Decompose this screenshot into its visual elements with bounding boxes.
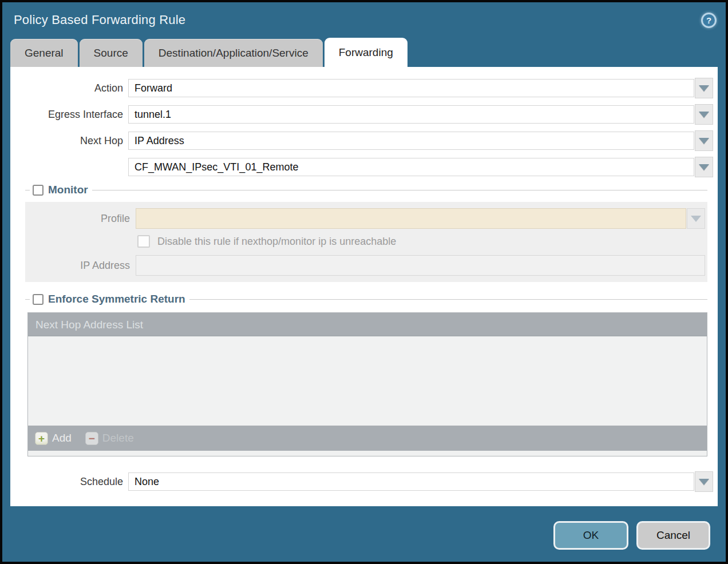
add-button-label: Add — [52, 432, 72, 444]
delete-button: − Delete — [85, 432, 134, 445]
next-hop-address-dropdown-button[interactable] — [695, 157, 713, 177]
monitor-ip-address-input — [136, 255, 705, 276]
symmetric-return-checkbox[interactable] — [33, 294, 43, 305]
fieldset-border-segment — [25, 299, 30, 300]
fieldset-border-line — [92, 190, 707, 190]
add-button[interactable]: + Add — [35, 432, 72, 445]
next-hop-type-combobox[interactable]: IP Address — [128, 132, 694, 150]
dialog-footer: OK Cancel — [553, 521, 710, 550]
plus-icon: + — [35, 432, 48, 445]
monitor-section: Monitor Profile Disable this rule if nex… — [25, 183, 707, 282]
next-hop-label: Next Hop — [10, 135, 128, 147]
symmetric-return-section: Enforce Symmetric Return Next Hop Addres… — [25, 292, 707, 456]
profile-dropdown-button — [687, 208, 705, 229]
monitor-checkbox[interactable] — [33, 185, 43, 196]
schedule-combobox[interactable]: None — [128, 472, 694, 491]
fieldset-border-line — [189, 299, 707, 300]
next-hop-address-list-header: Next Hop Address List — [28, 313, 707, 336]
profile-row: Profile — [25, 208, 705, 229]
next-hop-row: Next Hop IP Address — [10, 130, 713, 151]
monitor-legend: Monitor — [25, 183, 707, 197]
minus-icon: − — [85, 432, 98, 445]
ok-button[interactable]: OK — [553, 521, 628, 550]
policy-based-forwarding-rule-dialog: Policy Based Forwarding Rule ? General S… — [0, 0, 728, 564]
symmetric-return-legend: Enforce Symmetric Return — [25, 292, 707, 306]
schedule-row: Schedule None — [10, 471, 713, 492]
chevron-down-icon — [691, 216, 701, 222]
schedule-dropdown-button[interactable] — [695, 471, 713, 492]
action-label: Action — [10, 82, 128, 94]
profile-combobox — [136, 208, 686, 229]
symmetric-return-legend-title: Enforce Symmetric Return — [48, 293, 185, 305]
monitor-panel: Profile Disable this rule if nexthop/mon… — [25, 202, 707, 282]
next-hop-address-combobox[interactable]: CF_MWAN_IPsec_VTI_01_Remote — [128, 158, 694, 176]
monitor-ip-address-row: IP Address — [25, 255, 705, 276]
next-hop-address-list-table: Next Hop Address List + Add − Delete — [27, 312, 707, 456]
disable-rule-label: Disable this rule if nexthop/monitor ip … — [157, 236, 396, 248]
egress-interface-row: Egress Interface tunnel.1 — [10, 104, 713, 125]
action-combobox[interactable]: Forward — [128, 79, 694, 97]
tab-bar: General Source Destination/Application/S… — [2, 38, 726, 67]
forwarding-tab-panel: Action Forward Egress Interface tunnel.1… — [10, 67, 718, 506]
chevron-down-icon — [699, 85, 709, 92]
table-toolbar: + Add − Delete — [28, 426, 707, 451]
monitor-legend-title: Monitor — [48, 184, 88, 196]
tab-source[interactable]: Source — [80, 39, 143, 67]
disable-rule-checkbox — [137, 235, 150, 248]
next-hop-address-row: CF_MWAN_IPsec_VTI_01_Remote — [10, 157, 713, 177]
chevron-down-icon — [699, 112, 709, 118]
egress-interface-dropdown-button[interactable] — [695, 104, 713, 125]
delete-button-label: Delete — [102, 432, 134, 444]
action-row: Action Forward — [10, 78, 713, 98]
next-hop-type-dropdown-button[interactable] — [695, 130, 713, 151]
fieldset-border-segment — [25, 190, 30, 190]
action-dropdown-button[interactable] — [695, 78, 713, 98]
tab-destination-application-service[interactable]: Destination/Application/Service — [144, 39, 323, 67]
tab-forwarding[interactable]: Forwarding — [325, 38, 407, 67]
chevron-down-icon — [699, 138, 709, 144]
disable-rule-row: Disable this rule if nexthop/monitor ip … — [137, 234, 705, 249]
chevron-down-icon — [699, 479, 709, 485]
tab-general[interactable]: General — [10, 39, 78, 67]
title-bar: Policy Based Forwarding Rule ? — [2, 2, 726, 38]
next-hop-address-list-body[interactable] — [28, 336, 707, 426]
help-icon[interactable]: ? — [701, 13, 717, 28]
monitor-ip-address-label: IP Address — [25, 260, 136, 272]
table-bottom-strip — [28, 451, 707, 456]
cancel-button[interactable]: Cancel — [636, 521, 710, 550]
egress-interface-combobox[interactable]: tunnel.1 — [128, 105, 694, 124]
chevron-down-icon — [699, 164, 709, 170]
dialog-title: Policy Based Forwarding Rule — [14, 13, 185, 27]
egress-interface-label: Egress Interface — [10, 109, 128, 121]
schedule-label: Schedule — [10, 476, 128, 488]
profile-label: Profile — [25, 213, 136, 225]
